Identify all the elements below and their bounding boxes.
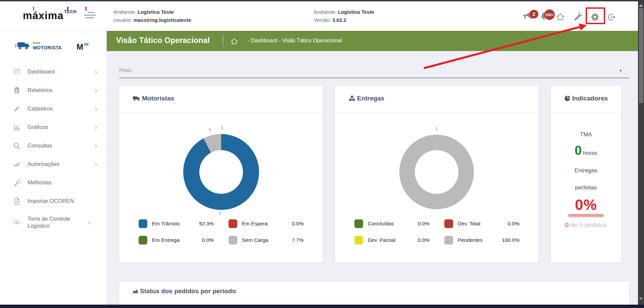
chevron-right-icon: › [95,105,97,112]
sidebar-item-label: Relatórios [28,87,88,94]
scroll-down-icon[interactable] [639,298,643,300]
legend-item: Em Trânsito92.3% [139,219,214,228]
legend-swatch [444,236,453,245]
motoristas-donut-chart [183,134,259,210]
indicadores-card-header: Indicadores [551,86,621,113]
chevron-right-icon: › [95,161,97,167]
page-title: Visão Tático Operacional [116,36,210,45]
ambiente-label: Ambiente: [113,9,136,15]
sidebar-item-label: Consultas [28,142,88,149]
boxes-icon [348,95,356,102]
breadcrumb: - Dashboard - Visão Tático Operacional [248,38,342,44]
search-icon [13,142,21,150]
sidebar-item-importar-ocoren[interactable]: Importar OCOREN [0,192,107,210]
legend-item: Dev. Total0.0% [444,219,519,228]
ambiente-value: Logística Teste [138,9,174,15]
menu-toggle-icon[interactable] [84,12,96,18]
legend-item: Em Espera0.0% [229,219,304,228]
status-pedidos-card: Status dos pedidos por período [119,281,629,308]
sidebar-item-dashboard[interactable]: Dashboard › [0,62,107,81]
version-info: Ambiente: Logística Teste Versão: 3.62.2 [314,8,374,24]
wrench-icon[interactable] [573,11,582,22]
dashboard-icon [13,68,21,76]
announcements-badge: 2 [530,10,538,18]
legend-swatch [139,219,147,228]
perfect-deliveries-label-1: Entregas [551,167,621,174]
sidebar-item-graficos[interactable]: Gráficos › [0,118,107,136]
truck-icon [15,41,30,50]
donut-tick [209,128,211,132]
logo-prefix: max [33,41,62,45]
bar-chart-icon [13,123,21,131]
legend-swatch [229,236,237,245]
title-divider [223,35,223,47]
bottom-edge-bar [0,305,644,308]
perfect-deliveries-underline [568,214,604,217]
magic-wand-icon [13,179,21,187]
chevron-down-icon[interactable]: ▼ [619,69,623,73]
logout-icon[interactable] [607,13,616,23]
sidebar-item-relatorios[interactable]: Relatórios › [0,81,107,99]
legend-swatch [354,236,363,245]
svg-text:A: A [15,220,18,225]
donut-tick [222,126,222,130]
document-icon [13,197,21,205]
motoristas-card-title: Motoristas [133,95,174,102]
logo-text: máxima [23,10,63,21]
scrollbar-thumb[interactable] [639,8,643,103]
entregas-donut-chart [399,135,474,209]
max-motorista-logo: max MOTORISTA [15,41,62,50]
sidebar-item-label: Dashboard [28,68,88,75]
main-content: Filiais ▼ Motoristas Em Trânsito92.3% Em… [107,51,638,308]
sidebar-item-label: Cadastros [28,105,88,112]
usuario-label: Usuário: [113,17,132,23]
versao-label: Versão: [314,17,331,23]
indicadores-card-title: Indicadores [551,95,621,102]
donut-tick [220,211,220,215]
motoristas-card: Motoristas Em Trânsito92.3% Em Espera0.0… [119,86,323,263]
legend-swatch [354,219,363,228]
entregas-card: Entregas Concluídas0.0% Dev. Total0.0% D… [335,86,539,263]
indicadores-card: Indicadores TMA 0horas Entregas perfeita… [551,86,621,263]
legend-item: Dev. Parcial0.0% [354,236,430,245]
home-icon[interactable] [556,12,565,22]
logo-name: MOTORISTA [33,45,62,50]
sidebar-item-consultas[interactable]: Consultas › [0,136,107,155]
breadcrumb-home-icon[interactable] [230,37,238,46]
legend-item: Em Entrega0.0% [139,236,214,245]
mini-m-logo: M [77,42,88,52]
status-pedidos-card-header: Status dos pedidos por período [119,281,629,303]
filiais-label: Filiais [119,68,132,73]
logo-tick-blue [67,7,68,11]
sidebar-item-label: Importar OCOREN [28,197,97,205]
vertical-scrollbar[interactable] [638,1,644,308]
donut-tick [436,127,437,131]
app-window: máximaTECH Ambiente: Logística Teste Usu… [0,0,644,308]
filiais-underline [119,78,629,78]
sidebar-item-cadastros[interactable]: Cadastros › [0,99,107,118]
chevron-right-icon: › [95,69,97,75]
perfect-deliveries-value: 0% [551,196,621,213]
entregas-card-title: Entregas [348,95,384,102]
sidebar-item-label: Gráficos [28,124,88,131]
ambiente-value-2: Logística Teste [338,9,374,15]
motoristas-legend: Em Trânsito92.3% Em Espera0.0% Em Entreg… [139,219,304,245]
area-chart-icon [132,288,139,295]
sidebar-item-torre-de-controle[interactable]: A Torre de Controle Logístico › [0,210,107,234]
logo-tick-green [33,7,34,11]
tma-label: TMA [551,131,621,138]
perfect-deliveries-label-2: perfeitas [551,184,621,191]
entregas-card-header: Entregas [335,86,539,113]
scroll-up-icon[interactable] [639,4,643,7]
logo-tick-pink [85,7,87,11]
sidebar-item-melhorias[interactable]: Melhorias [0,173,107,192]
tma-unit: horas [583,150,597,156]
maxima-tech-logo: máximaTECH [23,9,77,22]
legend-swatch [229,219,237,228]
usuario-value: maxstring.logisticateste [134,17,191,23]
antenna-icon: A [13,218,21,226]
chevron-right-icon: › [95,124,97,130]
sidebar-item-autorizacoes[interactable]: Autorizações › [0,155,107,173]
legend-swatch [139,236,147,245]
legend-item: Pendentes100.0% [444,236,519,245]
